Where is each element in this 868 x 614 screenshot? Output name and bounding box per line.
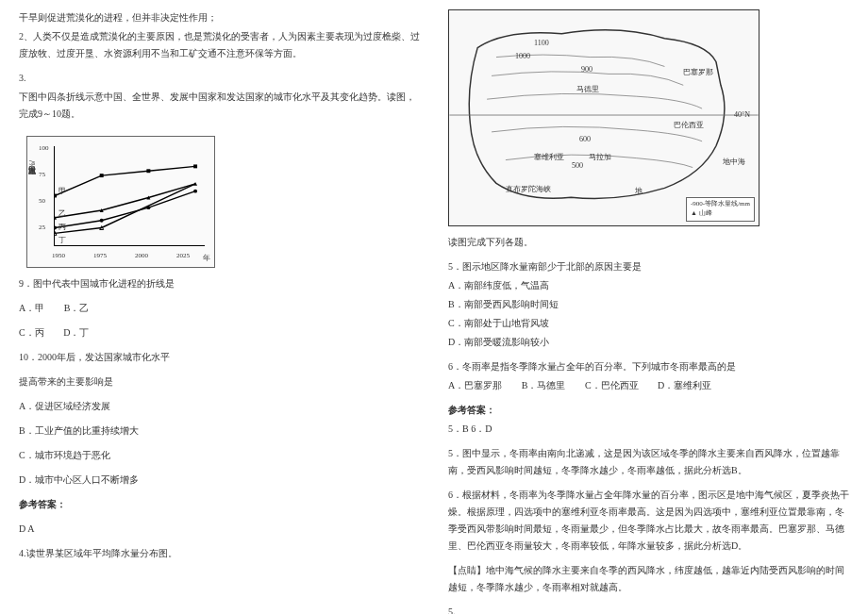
series-label-ding: 丁 [58,235,66,245]
series-label-yi: 乙 [58,208,66,219]
isoline-500: 500 [572,161,583,170]
answer-label-right: 参考答案： [448,402,849,419]
xtick-2025: 2025 [176,252,190,259]
q6-option-d: D．塞维利亚 [658,377,711,394]
question-10-follow: 提高带来的主要影响是 [19,373,420,390]
map-svg [449,10,759,225]
map-legend: -900-等降水量线/mm ▲ 山峰 [686,197,755,222]
answer-right: 5．B 6．D [448,421,849,438]
precipitation-map: 1100 1000 900 600 500 马德里 巴塞罗那 巴伦西亚 塞维利亚… [448,9,760,226]
explanation-6: 6．根据材料，冬雨率为冬季降水量占全年降水量的百分率，图示区是地中海气候区，夏季… [448,487,849,555]
question-9: 9．图中代表中国城市化进程的折线是 [19,275,420,292]
city-barcelona: 巴塞罗那 [683,67,713,77]
q6-option-c: C．巴伦西亚 [585,377,639,394]
ytick-25: 25 [39,224,45,231]
svg-rect-1 [100,174,104,177]
q5-option-b: B．南部受西风影响时间短 [448,296,849,313]
chart-plot-area: 甲 乙 丙 丁 [54,146,205,246]
city-sevilla: 塞维利亚 [534,152,564,162]
left-column: 干旱则促进荒漠化的进程，但并非决定性作用； 2、人类不仅是造成荒漠化的主要原因，… [19,9,420,605]
answer-label-left: 参考答案： [19,496,420,513]
ytick-50: 50 [39,197,45,205]
q5-option-a: A．南部纬度低，气温高 [448,277,849,294]
isoline-600: 600 [579,135,591,143]
q9-option-b: B．乙 [64,300,90,317]
xtick-1975: 1975 [93,252,107,259]
q10-option-a: A．促进区域经济发展 [19,398,420,415]
x-axis-label: 年 [203,253,210,263]
series-label-jia: 甲 [58,186,66,196]
svg-rect-0 [55,194,57,198]
legend-isoline: -900-等降水量线/mm [691,200,750,209]
question-6-options: A．巴塞罗那 B．马德里 C．巴伦西亚 D．塞维利亚 [448,377,849,394]
urbanization-chart: 城市人口比重/% 100 75 50 25 1950 1975 2000 202… [26,136,215,268]
question-9-options-row1: A．甲 B．乙 [19,300,420,317]
right-column: 1100 1000 900 600 500 马德里 巴塞罗那 巴伦西亚 塞维利亚… [448,9,849,605]
svg-rect-3 [193,164,197,168]
q10-option-b: B．工业产值的比重持续增大 [19,423,420,440]
svg-point-8 [55,226,57,230]
tip-note: 【点睛】地中海气候的降水主要来自冬季的西风降水，纬度越低，越靠近内陆受西风影响的… [448,562,849,596]
xtick-2000: 2000 [135,252,148,259]
svg-rect-2 [146,169,150,173]
y-axis-label: 城市人口比重/% [25,160,36,169]
svg-point-11 [193,190,197,193]
lat-40n: 40°N [734,110,750,119]
q9-option-c: C．丙 [19,324,44,341]
q9-option-d: D．丁 [63,324,89,341]
q5-option-d: D．南部受暖流影响较小 [448,334,849,351]
ytick-100: 100 [39,144,49,152]
city-malaga: 马拉加 [589,152,611,162]
sea-label: 地 [635,186,643,196]
question-5-next: 5. [448,604,849,614]
answer-left: D A [19,521,420,538]
q6-option-a: A．巴塞罗那 [448,377,502,394]
intro-line-1: 干旱则促进荒漠化的进程，但并非决定性作用； [19,9,420,26]
isoline-900: 900 [581,65,593,74]
gibraltar-strait: 直布罗陀海峡 [506,184,551,194]
svg-point-9 [100,219,104,223]
ytick-75: 75 [39,171,45,178]
question-3-text: 下图中四条折线示意中国、全世界、发展中国家和发达国家的城市化水平及其变化趋势。读… [19,89,420,123]
xtick-1950: 1950 [52,252,65,259]
question-3-number: 3. [19,70,420,87]
question-10: 10．2000年后，发达国家城市化水平 [19,349,420,366]
isoline-1100: 1100 [534,39,549,47]
q10-option-d: D．城市中心区人口不断增多 [19,472,420,489]
q6-option-b: B．马德里 [522,377,566,394]
chart-lines [55,146,205,245]
question-9-options-row2: C．丙 D．丁 [19,324,420,341]
legend-mountain: ▲ 山峰 [691,209,750,219]
read-prompt: 读图完成下列各题。 [448,234,849,251]
question-5: 5．图示地区降水量南部少于北部的原因主要是 [448,258,849,275]
city-madrid: 马德里 [576,84,599,94]
intro-line-2: 2、人类不仅是造成荒漠化的主要原因，也是荒漠化的受害者，人为因素主要表现为过度樵… [19,28,420,62]
question-6: 6．冬雨率是指冬季降水量占全年的百分率。下列城市冬雨率最高的是 [448,358,849,375]
q10-option-c: C．城市环境趋于恶化 [19,447,420,464]
series-label-bing: 丙 [58,222,66,232]
question-4: 4.读世界某区域年平均降水量分布图。 [19,545,420,562]
city-valencia: 巴伦西亚 [674,120,704,130]
q9-option-a: A．甲 [19,300,44,317]
explanation-5: 5．图中显示，冬雨率由南向北递减，这是因为该区域冬季的降水主要来自西风降水，位置… [448,445,849,479]
med-sea-label: 地中海 [723,157,745,167]
isoline-1000: 1000 [515,52,530,60]
q5-option-c: C．南部处于山地背风坡 [448,315,849,332]
